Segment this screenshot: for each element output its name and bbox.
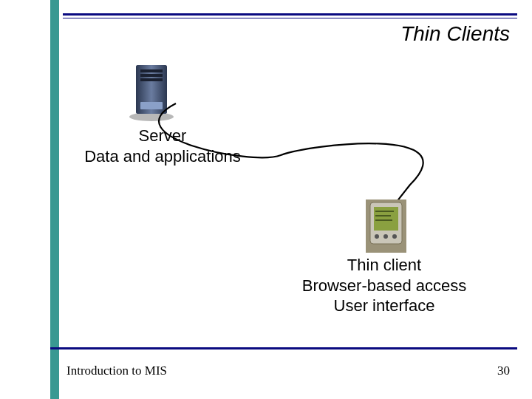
client-caption: Thin client Browser-based access User in… [281, 255, 488, 316]
svg-rect-9 [374, 207, 398, 231]
title-rule-thin [63, 18, 517, 18]
server-tower-icon [126, 59, 177, 125]
svg-point-13 [375, 234, 379, 239]
svg-rect-6 [140, 102, 163, 109]
svg-rect-5 [140, 78, 163, 81]
connection-line [0, 0, 532, 399]
footer-rule [50, 347, 517, 349]
svg-point-15 [392, 234, 397, 239]
server-label-line2: Data and applications [70, 146, 255, 167]
svg-point-14 [383, 234, 388, 239]
svg-rect-4 [140, 74, 163, 77]
svg-rect-3 [140, 69, 163, 72]
title-rule-thick [63, 13, 517, 16]
server-caption: Server Data and applications [70, 126, 255, 166]
client-label-line2: Browser-based access [281, 276, 488, 296]
footer-source: Introduction to MIS [66, 364, 167, 378]
server-label-line1: Server [70, 126, 255, 146]
client-label-line1: Thin client [281, 255, 488, 276]
client-label-line3: User interface [281, 296, 488, 316]
page-number: 30 [497, 364, 510, 378]
pda-device-icon [366, 200, 406, 256]
accent-stripe [50, 0, 59, 399]
slide-title: Thin Clients [222, 22, 510, 46]
